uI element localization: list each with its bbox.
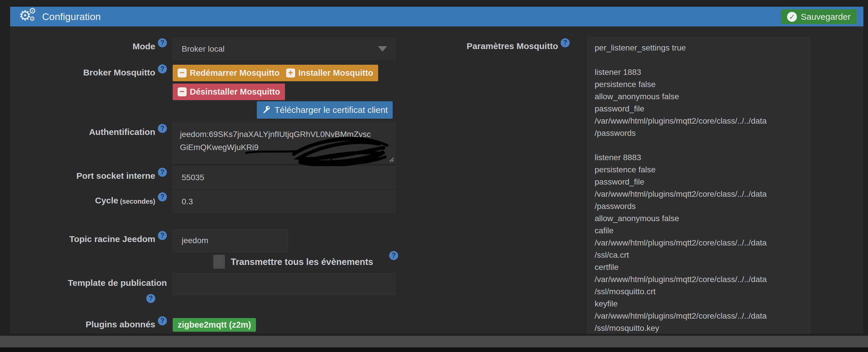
download-certificate-label: Télécharger le certificat client (275, 105, 388, 115)
template-label: Template de publication (68, 278, 167, 288)
restart-button-label: Redémarrer Mosquitto (190, 68, 279, 78)
download-certificate-button[interactable]: Télécharger le certificat client (257, 101, 393, 119)
check-circle-icon: ✓ (787, 12, 797, 22)
mode-select[interactable]: Broker local (173, 38, 396, 60)
help-icon-transmit[interactable]: ? (389, 251, 398, 260)
plugins-label: Plugins abonnés (86, 319, 155, 330)
help-icon-auth[interactable]: ? (158, 124, 167, 133)
save-button-label: Sauvegarder (801, 12, 850, 22)
configuration-page: ⚙ ⚙ ⚙ Configuration ✓ Sauvegarder Mode ?… (0, 0, 868, 352)
transmit-all-events-label: Transmettre tous les évènements (231, 257, 373, 267)
page-title: Configuration (42, 11, 101, 22)
resize-handle[interactable] (388, 156, 394, 162)
broker-label-wrap: Broker Mosquitto ? (10, 67, 167, 78)
help-icon-cycle[interactable]: ? (158, 192, 167, 201)
mosquitto-params-label: Paramètres Mosquitto (467, 41, 558, 51)
broker-label: Broker Mosquitto (83, 67, 155, 78)
save-button[interactable]: ✓ Sauvegarder (781, 9, 857, 24)
cogs-icon: ⚙ ⚙ ⚙ (19, 8, 37, 25)
mosquitto-config-textarea[interactable]: per_listener_settings true listener 1883… (587, 37, 810, 334)
install-button-label: Installer Mosquitto (298, 68, 373, 78)
mode-label: Mode (133, 41, 155, 52)
configuration-panel: ⚙ ⚙ ⚙ Configuration ✓ Sauvegarder Mode ?… (10, 7, 863, 334)
port-label-wrap: Port socket interne ? (10, 171, 167, 181)
plugin-badge-zigbee2mqtt: zigbee2mqtt (z2m) (173, 318, 256, 332)
mosquitto-params-label-wrap: Paramètres Mosquitto ? (431, 41, 570, 51)
cog-small-icon: ⚙ (29, 7, 36, 15)
help-icon-template[interactable]: ? (146, 294, 155, 303)
transmit-all-events-checkbox[interactable] (213, 255, 225, 269)
minus-square-icon: − (178, 68, 187, 77)
port-input[interactable] (173, 166, 396, 189)
plugins-label-wrap: Plugins abonnés ? (10, 319, 167, 330)
help-icon-broker[interactable]: ? (158, 64, 167, 73)
cycle-unit: (secondes) (120, 197, 155, 206)
topic-label: Topic racine Jeedom (69, 234, 155, 244)
cycle-label: Cycle (95, 195, 118, 206)
panel-header: ⚙ ⚙ ⚙ Configuration ✓ Sauvegarder (10, 7, 863, 26)
help-icon-topic[interactable]: ? (158, 231, 167, 240)
template-label-wrap: Template de publication (10, 278, 167, 288)
panel-title-wrap: ⚙ ⚙ ⚙ Configuration (19, 7, 101, 26)
plus-square-icon: + (286, 68, 295, 77)
uninstall-mosquitto-button[interactable]: − Désinstaller Mosquitto (173, 84, 285, 100)
auth-label: Authentification (89, 127, 155, 137)
help-icon-mode[interactable]: ? (158, 38, 167, 47)
key-icon (262, 105, 271, 115)
uninstall-button-label: Désinstaller Mosquitto (190, 87, 280, 97)
cog-tiny-icon: ⚙ (29, 16, 35, 22)
auth-label-wrap: Authentification ? (10, 127, 167, 137)
install-mosquitto-button[interactable]: + Installer Mosquitto (281, 65, 378, 81)
cycle-label-wrap: Cycle (secondes) ? (10, 195, 167, 206)
auth-textarea[interactable]: jeedom:69SKs7jnaXALYjnfIUtjqGRhVL0NvBMmZ… (173, 123, 396, 163)
restart-mosquitto-button[interactable]: − Redémarrer Mosquitto (173, 65, 284, 81)
help-icon-port[interactable]: ? (158, 168, 167, 177)
bottom-edge (0, 347, 868, 352)
mode-select-value: Broker local (182, 38, 225, 60)
topic-input[interactable] (173, 229, 288, 252)
help-icon-plugins[interactable]: ? (158, 316, 167, 325)
mode-label-wrap: Mode ? (10, 41, 167, 52)
chevron-down-icon[interactable] (378, 46, 387, 52)
template-input[interactable] (173, 273, 396, 295)
horizontal-scrollbar[interactable] (0, 336, 868, 347)
port-label: Port socket interne (76, 171, 155, 181)
topic-label-wrap: Topic racine Jeedom ? (10, 234, 167, 244)
help-icon-mosquitto-params[interactable]: ? (561, 38, 570, 47)
cycle-input[interactable] (173, 190, 396, 213)
minus-square-icon: − (178, 87, 187, 96)
